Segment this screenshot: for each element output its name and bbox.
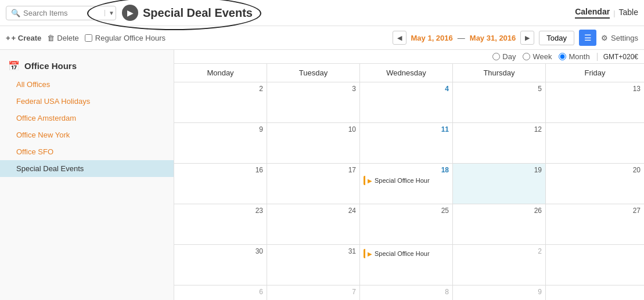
list-icon: ☰ (584, 33, 592, 42)
date-label: 30 (178, 247, 263, 255)
cell-wed-w3[interactable]: 18 ▶ Special Office Hour (360, 164, 453, 204)
event-icon: ▶ (368, 178, 372, 184)
back-button[interactable]: ▶ (122, 5, 138, 21)
date-label: 11 (364, 125, 449, 133)
date-label: 31 (271, 247, 356, 255)
page-title: Special Deal Events (143, 6, 253, 20)
date-label: 5 (456, 85, 542, 93)
cell-mon-w3[interactable]: 16 (174, 164, 267, 204)
sidebar-item-new-york[interactable]: Office New York (0, 126, 174, 143)
date-label: 8 (364, 288, 449, 296)
cell-tue-w1[interactable]: 3 (267, 82, 360, 122)
action-bar: + + Create 🗑 Delete Regular Office Hours… (0, 26, 644, 50)
week-view-option[interactable]: Week (523, 52, 552, 61)
date-label: 17 (271, 166, 356, 174)
date-label: 24 (271, 207, 356, 215)
date-label: 9 (456, 288, 542, 296)
cell-thu-w6[interactable]: 9 (453, 285, 546, 300)
table-row: 16 17 18 ▶ Special Office Hour 19 20 (174, 164, 644, 204)
date-label: 27 (549, 207, 641, 215)
cell-thu-w2[interactable]: 12 (453, 123, 546, 163)
cell-thu-w1[interactable]: 5 (453, 82, 546, 122)
list-view-button[interactable]: ☰ (579, 30, 596, 46)
cell-mon-w2[interactable]: 9 (174, 123, 267, 163)
search-box[interactable]: 🔍 ▼ (6, 6, 116, 20)
day-view-option[interactable]: Day (492, 52, 516, 61)
create-button[interactable]: + + Create (6, 34, 41, 42)
sidebar-item-amsterdam[interactable]: Office Amsterdam (0, 110, 174, 126)
sidebar-item-sfo[interactable]: Office SFO (0, 143, 174, 160)
cell-fri-w5[interactable] (546, 245, 644, 285)
create-label: + Create (12, 34, 42, 42)
date-label: 3 (271, 85, 356, 93)
cell-thu-w4[interactable]: 26 (453, 204, 546, 244)
cell-tue-w2[interactable]: 10 (267, 123, 360, 163)
date-label: 2 (178, 85, 263, 93)
calendar-area: Day Week Month GMT+020€ Mond (174, 50, 644, 300)
delete-label: Delete (57, 34, 79, 42)
search-input[interactable] (23, 9, 105, 17)
date-label: 23 (178, 207, 263, 215)
date-label: 4 (364, 85, 449, 93)
month-view-option[interactable]: Month (559, 52, 589, 61)
cell-wed-w2[interactable]: 11 (360, 123, 453, 163)
delete-button[interactable]: 🗑 Delete (47, 34, 79, 42)
cell-wed-w6[interactable]: 8 (360, 285, 453, 300)
sidebar-item-federal-usa[interactable]: Federal USA Holidays (0, 93, 174, 110)
date-label: 16 (178, 166, 263, 174)
table-row: 23 24 25 26 27 (174, 204, 644, 245)
top-right-tabs: Calendar | Table (575, 7, 638, 19)
cell-mon-w4[interactable]: 23 (174, 204, 267, 244)
cell-tue-w3[interactable]: 17 (267, 164, 360, 204)
calendar-header: Monday Tuesday Wednesday Thursday Friday (174, 64, 644, 82)
gear-icon: ⚙ (601, 34, 608, 42)
event-icon: ▶ (368, 251, 372, 257)
table-row: 6 7 8 9 (174, 285, 644, 300)
cell-fri-w6[interactable] (546, 285, 644, 300)
cell-thu-w5[interactable]: 2 (453, 245, 546, 285)
cell-fri-w4[interactable]: 27 (546, 204, 644, 244)
create-icon: + (6, 34, 10, 42)
sidebar-items-list: All Offices Federal USA Holidays Office … (0, 76, 174, 177)
cell-tue-w6[interactable]: 7 (267, 285, 360, 300)
event-special-office-hour-2[interactable]: ▶ Special Office Hour (364, 249, 449, 258)
date-label: 26 (456, 207, 542, 215)
dropdown-arrow-icon[interactable]: ▼ (105, 10, 114, 16)
cell-mon-w6[interactable]: 6 (174, 285, 267, 300)
cell-tue-w5[interactable]: 31 (267, 245, 360, 285)
event-label: Special Office Hour (375, 250, 430, 257)
date-nav: ◀ May 1, 2016 — May 31, 2016 ▶ Today ☰ ⚙… (393, 30, 638, 46)
settings-button[interactable]: ⚙ Settings (601, 34, 638, 42)
date-label: 25 (364, 207, 449, 215)
date-label: 13 (549, 85, 641, 93)
today-button[interactable]: Today (539, 31, 574, 45)
table-row: 30 31 ▶ Special Office Hour 2 (174, 245, 644, 285)
tab-calendar[interactable]: Calendar (575, 7, 610, 19)
date-label: 12 (456, 125, 542, 133)
date-label: 7 (271, 288, 356, 296)
date-label: 10 (271, 125, 356, 133)
cell-thu-w3[interactable]: 19 (453, 164, 546, 204)
cell-fri-w3[interactable]: 20 (546, 164, 644, 204)
sidebar: 📅 Office Hours All Offices Federal USA H… (0, 50, 174, 300)
cell-wed-w5[interactable]: ▶ Special Office Hour (360, 245, 453, 285)
regular-office-hours-checkbox[interactable]: Regular Office Hours (85, 34, 166, 42)
cell-mon-w5[interactable]: 30 (174, 245, 267, 285)
date-label: 2 (456, 247, 542, 255)
cell-tue-w4[interactable]: 24 (267, 204, 360, 244)
cell-mon-w1[interactable]: 2 (174, 82, 267, 122)
next-arrow-button[interactable]: ▶ (520, 31, 534, 45)
event-special-office-hour-1[interactable]: ▶ Special Office Hour (364, 176, 449, 185)
prev-arrow-button[interactable]: ◀ (393, 31, 406, 45)
date-label: 6 (178, 288, 263, 296)
timezone-label: GMT+020€ (597, 53, 638, 61)
calendar-body: 2 3 4 5 13 9 10 11 12 (174, 82, 644, 300)
cell-wed-w4[interactable]: 25 (360, 204, 453, 244)
cell-fri-w2[interactable] (546, 123, 644, 163)
cell-wed-w1[interactable]: 4 (360, 82, 453, 122)
sidebar-item-special-deal[interactable]: Special Deal Events (0, 160, 174, 177)
sidebar-item-all-offices[interactable]: All Offices (0, 76, 174, 93)
cell-fri-w1[interactable]: 13 (546, 82, 644, 122)
header-thursday: Thursday (453, 64, 546, 82)
tab-table[interactable]: Table (619, 8, 638, 18)
